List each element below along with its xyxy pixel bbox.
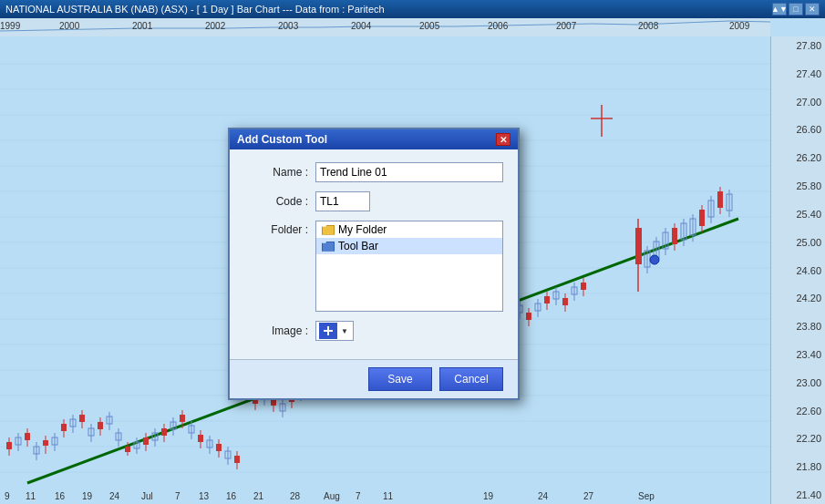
- folder-row: Folder : My Folder Tool Bar: [244, 221, 503, 312]
- tl-2000: 2000: [59, 21, 79, 31]
- svg-rect-41: [98, 422, 103, 429]
- x-9: 9: [5, 491, 10, 501]
- x-7b: 7: [356, 491, 361, 501]
- x-13: 13: [199, 491, 209, 501]
- tool-bar-label: Tool Bar: [338, 240, 378, 252]
- x-27: 27: [583, 491, 593, 501]
- dialog-title: Add Custom Tool: [237, 133, 327, 146]
- svg-rect-29: [43, 440, 48, 446]
- my-folder-icon: [322, 225, 335, 235]
- image-row: Image : ▼: [244, 321, 503, 341]
- add-custom-tool-dialog: Add Custom Tool ✕ Name : Code : Folder :: [228, 128, 520, 400]
- code-input[interactable]: [315, 191, 370, 211]
- svg-rect-119: [544, 296, 550, 303]
- close-btn[interactable]: ✕: [805, 3, 820, 15]
- image-dropdown-arrow[interactable]: ▼: [339, 327, 350, 335]
- svg-rect-37: [79, 415, 85, 422]
- y-label-2180: 21.80: [775, 461, 821, 472]
- tool-bar-icon: [322, 242, 335, 252]
- folder-label: Folder :: [244, 223, 308, 236]
- y-label-2580: 25.80: [775, 180, 821, 191]
- y-label-2380: 23.80: [775, 321, 821, 332]
- y-label-2500: 25.00: [775, 237, 821, 248]
- tl-2002: 2002: [205, 21, 225, 31]
- name-input[interactable]: [315, 162, 503, 182]
- image-label: Image :: [244, 324, 308, 337]
- tl-2004: 2004: [351, 21, 371, 31]
- tl-2008: 2008: [638, 21, 658, 31]
- y-label-2260: 22.60: [775, 406, 821, 417]
- y-label-2620: 26.20: [775, 152, 821, 163]
- folder-item-tool-bar[interactable]: Tool Bar: [316, 238, 502, 254]
- code-row: Code :: [244, 191, 503, 211]
- name-row: Name :: [244, 162, 503, 182]
- svg-rect-25: [25, 433, 30, 440]
- svg-rect-71: [234, 456, 240, 463]
- svg-rect-55: [161, 428, 167, 436]
- x-24: 24: [109, 491, 119, 501]
- minimize-btn[interactable]: □: [789, 3, 803, 15]
- x-jul: Jul: [141, 491, 153, 501]
- svg-rect-33: [61, 424, 67, 431]
- svg-rect-137: [672, 228, 677, 244]
- code-label: Code :: [244, 195, 308, 208]
- folder-item-my-folder[interactable]: My Folder: [316, 221, 502, 238]
- svg-rect-21: [6, 442, 12, 449]
- tl-1999: 1999: [0, 21, 20, 31]
- name-label: Name :: [244, 166, 308, 179]
- cancel-button[interactable]: Cancel: [439, 367, 503, 391]
- x-16: 16: [55, 491, 65, 501]
- tl-2009: 2009: [729, 21, 749, 31]
- dialog-footer: Save Cancel: [230, 359, 518, 398]
- x-28: 28: [290, 491, 300, 501]
- image-selector-button[interactable]: ▼: [315, 321, 354, 341]
- svg-rect-127: [581, 283, 586, 290]
- svg-rect-147: [717, 191, 723, 208]
- tl-2005: 2005: [419, 21, 439, 31]
- tl-2006: 2006: [488, 21, 508, 31]
- x-7: 7: [175, 491, 180, 501]
- tl-2003: 2003: [278, 21, 298, 31]
- restore-btn[interactable]: ▲▼: [772, 3, 787, 15]
- y-label-2740: 27.40: [775, 68, 821, 79]
- y-label-2780: 27.80: [775, 40, 821, 51]
- svg-rect-47: [125, 447, 130, 452]
- dialog-close-button[interactable]: ✕: [496, 133, 510, 146]
- my-folder-label: My Folder: [338, 223, 387, 236]
- y-label-2540: 25.40: [775, 209, 821, 220]
- y-label-2420: 24.20: [775, 293, 821, 303]
- svg-rect-143: [699, 210, 705, 226]
- y-label-2700: 27.00: [775, 97, 821, 108]
- svg-rect-129: [635, 228, 642, 264]
- dialog-body: Name : Code : Folder : My Folder: [230, 149, 518, 359]
- y-label-2220: 22.20: [775, 433, 821, 444]
- svg-rect-115: [526, 313, 531, 320]
- svg-rect-63: [198, 435, 203, 442]
- window-controls[interactable]: ▲▼ □ ✕: [772, 3, 820, 15]
- tl-2001: 2001: [132, 21, 152, 31]
- svg-rect-67: [216, 444, 222, 451]
- y-label-2460: 24.60: [775, 265, 821, 276]
- x-11b: 11: [383, 491, 393, 501]
- svg-point-152: [650, 255, 659, 264]
- tl-2007: 2007: [556, 21, 576, 31]
- x-21: 21: [253, 491, 263, 501]
- x-19: 19: [82, 491, 92, 501]
- save-button[interactable]: Save: [368, 367, 432, 391]
- mini-chart: 1999 2000 2001 2002 2003 2004 2005 2006 …: [0, 18, 770, 36]
- x-11: 11: [26, 491, 36, 501]
- title-bar: NATIONAL AUSTRALIA BK (NAB) (ASX) - [ 1 …: [0, 0, 825, 18]
- image-icon: [319, 323, 337, 339]
- y-label-2660: 26.60: [775, 124, 821, 135]
- svg-rect-51: [143, 437, 149, 445]
- x-sep: Sep: [638, 491, 655, 501]
- y-axis: 27.80 27.40 27.00 26.60 26.20 25.80 25.4…: [770, 36, 825, 504]
- x-16b: 16: [226, 491, 236, 501]
- dialog-title-bar: Add Custom Tool ✕: [230, 129, 518, 149]
- y-label-2140: 21.40: [775, 489, 821, 500]
- svg-rect-123: [562, 298, 568, 305]
- window-title: NATIONAL AUSTRALIA BK (NAB) (ASX) - [ 1 …: [5, 4, 385, 15]
- folder-list[interactable]: My Folder Tool Bar: [315, 221, 503, 312]
- x-19b: 19: [483, 491, 493, 501]
- chart-area: 1999 2000 2001 2002 2003 2004 2005 2006 …: [0, 18, 825, 504]
